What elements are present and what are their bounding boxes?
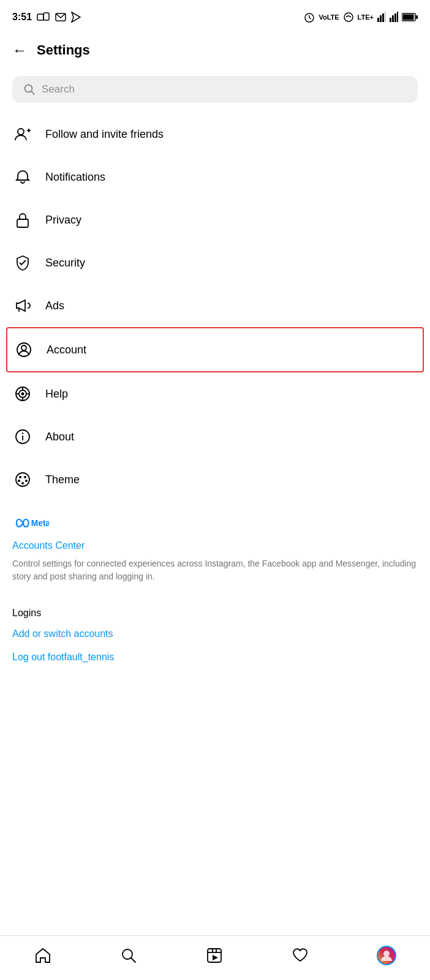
svg-rect-18	[416, 15, 418, 19]
battery-icon	[402, 13, 418, 21]
search-container: Search	[0, 69, 430, 113]
svg-point-41	[18, 480, 20, 482]
menu-item-security[interactable]: Security	[12, 241, 418, 284]
svg-marker-48	[213, 955, 218, 960]
heart-icon	[291, 946, 309, 965]
lte-indicator: VoLTE	[319, 13, 339, 21]
bottom-navigation	[0, 935, 430, 980]
accounts-center-link[interactable]: Accounts Center	[12, 540, 418, 551]
search-icon	[23, 83, 36, 96]
page-title: Settings	[37, 42, 90, 58]
logins-label: Logins	[12, 608, 418, 619]
meta-description: Control settings for connected experienc…	[12, 557, 418, 583]
svg-point-42	[25, 480, 28, 482]
svg-line-6	[309, 18, 311, 19]
status-bar: 3:51 VoLTE LTE+	[0, 0, 430, 32]
wifi-icon	[343, 12, 354, 23]
back-button[interactable]: ←	[12, 42, 27, 59]
svg-text:Meta: Meta	[31, 519, 49, 528]
svg-rect-15	[397, 12, 398, 22]
menu-item-theme[interactable]: Theme	[12, 458, 418, 501]
settings-menu: Follow and invite friends Notifications …	[0, 113, 430, 501]
nav-profile[interactable]	[367, 943, 406, 968]
nav-reels[interactable]	[195, 944, 233, 967]
signal2-icon	[390, 12, 398, 23]
svg-point-7	[344, 13, 353, 21]
svg-rect-0	[37, 14, 43, 20]
nav-search[interactable]	[110, 944, 148, 967]
lock-icon	[12, 209, 33, 230]
megaphone-icon	[12, 295, 33, 316]
page-header: ← Settings	[0, 32, 430, 69]
svg-rect-1	[43, 13, 49, 20]
home-icon	[34, 946, 52, 965]
nav-home[interactable]	[24, 944, 62, 967]
menu-item-about[interactable]: About	[12, 415, 418, 458]
svg-point-40	[24, 476, 26, 478]
add-switch-accounts-link[interactable]: Add or switch accounts	[12, 628, 418, 639]
logins-section: Logins Add or switch accounts Log out fo…	[0, 608, 430, 663]
reels-icon	[205, 946, 224, 965]
status-right: VoLTE LTE+	[304, 12, 418, 23]
theme-label: Theme	[45, 473, 80, 486]
menu-item-help[interactable]: Help	[12, 372, 418, 415]
nav-likes[interactable]	[281, 944, 319, 967]
teams-icon	[37, 12, 50, 23]
status-time: 3:51	[12, 12, 81, 23]
follow-label: Follow and invite friends	[45, 128, 164, 141]
alarm-icon	[304, 12, 315, 23]
svg-rect-47	[208, 949, 221, 962]
gmail-icon	[55, 12, 66, 23]
bell-icon	[12, 167, 33, 187]
meta-logo: Meta	[12, 516, 418, 533]
meta-wordmark: Meta	[12, 516, 49, 530]
account-icon	[13, 339, 34, 360]
svg-rect-17	[403, 15, 414, 20]
svg-point-27	[21, 345, 26, 350]
signal-icon	[377, 12, 386, 23]
logout-link[interactable]: Log out footfault_tennis	[12, 652, 418, 663]
lte-badge: LTE+	[358, 13, 374, 21]
menu-item-account[interactable]: Account	[6, 327, 424, 372]
menu-item-privacy[interactable]: Privacy	[12, 198, 418, 241]
svg-point-30	[21, 393, 25, 396]
svg-point-49	[383, 951, 390, 957]
shield-icon	[12, 252, 33, 273]
info-icon	[12, 426, 33, 447]
time-display: 3:51	[12, 12, 32, 23]
privacy-label: Privacy	[45, 214, 81, 227]
menu-item-notifications[interactable]: Notifications	[12, 156, 418, 198]
svg-rect-12	[390, 18, 391, 22]
svg-rect-10	[382, 13, 384, 22]
svg-rect-11	[385, 12, 386, 22]
search-bar[interactable]: Search	[12, 76, 418, 103]
notifications-label: Notifications	[45, 171, 105, 184]
svg-point-39	[19, 476, 21, 478]
send-icon	[71, 12, 81, 23]
menu-item-follow[interactable]: Follow and invite friends	[12, 113, 418, 156]
menu-item-ads[interactable]: Ads	[12, 284, 418, 327]
search-placeholder: Search	[42, 83, 75, 96]
svg-marker-3	[72, 12, 80, 22]
svg-rect-9	[380, 15, 382, 22]
svg-rect-13	[392, 15, 394, 22]
account-label: Account	[47, 344, 86, 356]
svg-line-20	[31, 91, 34, 94]
about-label: About	[45, 431, 74, 443]
follow-icon	[12, 124, 33, 145]
meta-section: Meta Accounts Center Control settings fo…	[0, 501, 430, 608]
svg-point-37	[22, 432, 23, 434]
search-nav-icon	[119, 946, 138, 965]
svg-rect-8	[377, 18, 379, 22]
svg-rect-24	[17, 219, 28, 227]
svg-rect-14	[394, 13, 396, 22]
svg-point-21	[18, 129, 24, 135]
svg-line-46	[131, 958, 135, 962]
palette-icon	[12, 469, 33, 490]
help-icon	[12, 383, 33, 404]
profile-avatar	[377, 946, 396, 965]
svg-point-43	[21, 482, 24, 484]
ads-label: Ads	[45, 300, 64, 312]
help-label: Help	[45, 388, 68, 401]
security-label: Security	[45, 257, 85, 270]
